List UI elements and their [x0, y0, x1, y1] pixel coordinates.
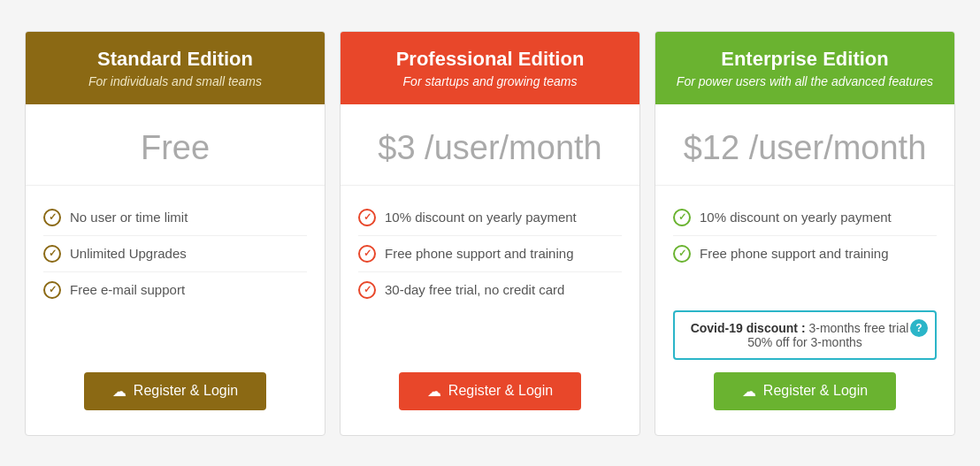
card-header-standard: Standard EditionFor individuals and smal…	[26, 32, 325, 104]
feature-item-professional-1: ✓Free phone support and training	[358, 236, 622, 272]
edition-subtitle-standard: For individuals and small teams	[40, 74, 310, 88]
features-section-enterprise: ✓10% discount on yearly payment✓Free pho…	[655, 186, 954, 286]
feature-text-standard-1: Unlimited Upgrades	[70, 246, 187, 261]
price-section-professional: $3 /user/month	[341, 104, 639, 186]
pricing-card-enterprise: Enterprise EditionFor power users with a…	[655, 31, 955, 436]
price-text-enterprise: $12 /user/month	[670, 129, 940, 167]
edition-title-professional: Professional Edition	[355, 48, 625, 71]
help-icon[interactable]: ?	[910, 319, 928, 337]
edition-subtitle-enterprise: For power users with all the advanced fe…	[670, 74, 940, 88]
check-icon-professional-2: ✓	[358, 281, 376, 299]
feature-item-enterprise-1: ✓Free phone support and training	[673, 236, 937, 271]
register-button-professional[interactable]: ☁Register & Login	[399, 372, 581, 410]
feature-text-enterprise-0: 10% discount on yearly payment	[700, 210, 892, 225]
register-button-label-enterprise: Register & Login	[763, 383, 868, 399]
card-header-professional: Professional EditionFor startups and gro…	[341, 32, 639, 104]
price-text-standard: Free	[40, 129, 310, 167]
covid-title: Covid-19 discount :	[691, 321, 806, 335]
register-button-standard[interactable]: ☁Register & Login	[84, 372, 266, 410]
button-section-standard: ☁Register & Login	[26, 355, 325, 435]
register-button-enterprise[interactable]: ☁Register & Login	[714, 372, 896, 410]
price-section-standard: Free	[26, 104, 325, 186]
pricing-card-professional: Professional EditionFor startups and gro…	[340, 31, 640, 436]
feature-text-professional-0: 10% discount on yearly payment	[385, 210, 577, 225]
check-icon-professional-1: ✓	[358, 245, 376, 263]
cloud-icon-professional: ☁	[427, 383, 441, 400]
feature-item-standard-2: ✓Free e-mail support	[43, 272, 307, 308]
feature-item-professional-2: ✓30-day free trial, no credit card	[358, 272, 622, 308]
features-section-standard: ✓No user or time limit✓Unlimited Upgrade…	[26, 186, 325, 355]
pricing-container: Standard EditionFor individuals and smal…	[18, 31, 962, 436]
feature-text-standard-0: No user or time limit	[70, 210, 188, 225]
feature-text-standard-2: Free e-mail support	[70, 282, 185, 297]
covid-box: Covid-19 discount : 3-months free trial …	[673, 310, 937, 360]
check-icon-enterprise-0: ✓	[673, 209, 691, 226]
check-icon-standard-0: ✓	[43, 209, 61, 226]
button-section-enterprise: Covid-19 discount : 3-months free trial …	[655, 286, 954, 435]
feature-text-professional-2: 30-day free trial, no credit card	[385, 282, 564, 297]
feature-item-enterprise-0: ✓10% discount on yearly payment	[673, 200, 937, 236]
feature-item-professional-0: ✓10% discount on yearly payment	[358, 200, 622, 236]
register-button-label-professional: Register & Login	[448, 383, 553, 399]
feature-text-enterprise-1: Free phone support and training	[700, 246, 888, 261]
cloud-icon-standard: ☁	[112, 383, 126, 400]
check-icon-professional-0: ✓	[358, 209, 376, 226]
card-header-enterprise: Enterprise EditionFor power users with a…	[655, 32, 954, 104]
price-text-professional: $3 /user/month	[355, 129, 625, 167]
feature-item-standard-1: ✓Unlimited Upgrades	[43, 236, 307, 272]
pricing-card-standard: Standard EditionFor individuals and smal…	[25, 31, 325, 436]
edition-subtitle-professional: For startups and growing teams	[355, 74, 625, 88]
features-section-professional: ✓10% discount on yearly payment✓Free pho…	[341, 186, 639, 355]
button-section-professional: ☁Register & Login	[341, 355, 639, 435]
cloud-icon-enterprise: ☁	[742, 383, 756, 400]
edition-title-enterprise: Enterprise Edition	[670, 48, 940, 71]
check-icon-standard-2: ✓	[43, 281, 61, 299]
check-icon-enterprise-1: ✓	[673, 245, 691, 263]
check-icon-standard-1: ✓	[43, 245, 61, 263]
feature-item-standard-0: ✓No user or time limit	[43, 200, 307, 236]
edition-title-standard: Standard Edition	[40, 48, 310, 71]
feature-text-professional-1: Free phone support and training	[385, 246, 573, 261]
register-button-label-standard: Register & Login	[134, 383, 238, 399]
price-section-enterprise: $12 /user/month	[655, 104, 954, 186]
